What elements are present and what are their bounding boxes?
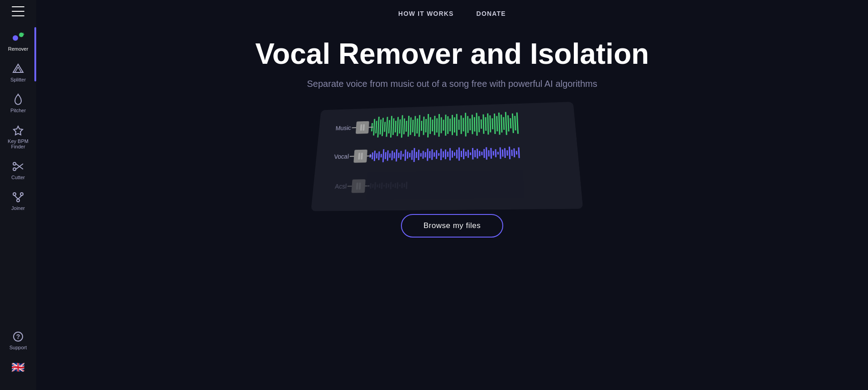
- svg-rect-121: [443, 152, 444, 158]
- nav-link-how-it-works[interactable]: HOW IT WORKS: [398, 10, 454, 17]
- svg-rect-138: [481, 152, 482, 156]
- svg-rect-54: [449, 119, 451, 132]
- waveform-music: [370, 109, 568, 140]
- browse-button[interactable]: Browse my files: [401, 214, 504, 238]
- svg-rect-65: [474, 117, 476, 132]
- svg-line-2: [18, 67, 21, 72]
- sidebar-label-joiner: Joiner: [11, 205, 25, 211]
- svg-rect-59: [460, 115, 462, 134]
- sidebar-item-pitcher[interactable]: Pitcher: [2, 89, 34, 118]
- svg-rect-85: [358, 153, 360, 160]
- language-flag: 🇬🇧: [11, 361, 25, 374]
- svg-rect-52: [445, 115, 446, 136]
- svg-rect-61: [465, 113, 466, 137]
- svg-rect-101: [398, 153, 399, 158]
- svg-rect-62: [467, 116, 468, 133]
- svg-rect-103: [402, 154, 404, 157]
- svg-rect-123: [447, 152, 448, 157]
- svg-rect-134: [472, 148, 473, 159]
- track-label-music: Music: [326, 124, 356, 132]
- track-slider-music[interactable]: [356, 121, 369, 134]
- svg-rect-99: [394, 152, 395, 158]
- sidebar-item-remover[interactable]: + Remover: [2, 27, 34, 56]
- svg-rect-139: [483, 149, 485, 158]
- svg-rect-126: [454, 152, 455, 156]
- svg-rect-174: [404, 184, 405, 187]
- sidebar-label-cutter: Cutter: [11, 175, 25, 180]
- sidebar-item-splitter[interactable]: Splitter: [2, 58, 34, 87]
- svg-rect-130: [463, 149, 464, 159]
- svg-rect-47: [434, 116, 435, 135]
- sidebar-label-splitter: Splitter: [10, 77, 26, 82]
- hero-section: Vocal Remover and Isolation Separate voi…: [36, 24, 868, 238]
- sidebar-item-joiner[interactable]: Joiner: [2, 186, 34, 215]
- svg-rect-106: [409, 153, 410, 157]
- track-vocal: Vocal: [323, 138, 570, 170]
- svg-rect-53: [447, 116, 448, 134]
- hero-title: Vocal Remover and Isolation: [255, 38, 649, 70]
- svg-point-9: [20, 193, 23, 195]
- menu-icon[interactable]: [9, 5, 27, 18]
- svg-rect-155: [356, 183, 358, 190]
- svg-rect-16: [362, 124, 365, 131]
- svg-line-11: [14, 195, 18, 199]
- sidebar-item-language[interactable]: 🇬🇧: [2, 357, 34, 378]
- svg-rect-133: [470, 152, 471, 155]
- pitcher-icon: [12, 93, 24, 106]
- svg-rect-170: [395, 183, 396, 188]
- track-label-extra: Acsl: [321, 183, 352, 190]
- svg-rect-162: [377, 185, 378, 187]
- svg-rect-125: [452, 151, 453, 158]
- svg-rect-118: [436, 150, 437, 159]
- svg-rect-50: [440, 118, 442, 133]
- track-slider-vocal[interactable]: [353, 150, 367, 163]
- svg-rect-160: [372, 184, 373, 188]
- nav-link-donate[interactable]: DONATE: [477, 10, 506, 17]
- svg-rect-132: [467, 150, 469, 158]
- svg-rect-48: [436, 119, 438, 133]
- track-extra: Acsl: [320, 169, 573, 200]
- svg-rect-68: [481, 119, 482, 129]
- tracks-panel: Music: [311, 102, 583, 211]
- svg-rect-164: [381, 183, 383, 189]
- svg-rect-167: [388, 184, 389, 188]
- svg-rect-116: [431, 149, 433, 160]
- svg-text:?: ?: [16, 333, 20, 340]
- svg-rect-127: [456, 150, 458, 159]
- keybpm-icon: [12, 124, 24, 137]
- svg-rect-131: [465, 152, 467, 157]
- svg-rect-60: [463, 118, 464, 132]
- svg-rect-41: [421, 121, 422, 131]
- waveform-3d: Music: [312, 101, 602, 200]
- sidebar-scrollbar: [34, 27, 36, 81]
- track-music: Music: [325, 109, 568, 141]
- svg-point-8: [13, 193, 16, 195]
- sidebar-label-keybpm: Key BPM Finder: [4, 138, 32, 149]
- svg-rect-97: [389, 153, 391, 158]
- svg-rect-144: [495, 149, 497, 157]
- svg-rect-119: [438, 153, 439, 156]
- svg-rect-137: [479, 151, 480, 157]
- joiner-icon: [12, 191, 24, 204]
- svg-rect-169: [392, 185, 394, 187]
- svg-rect-46: [432, 120, 433, 132]
- svg-rect-49: [439, 114, 440, 137]
- svg-rect-120: [440, 149, 442, 160]
- svg-rect-15: [360, 124, 362, 131]
- svg-rect-57: [456, 114, 458, 136]
- svg-rect-105: [407, 152, 408, 159]
- sidebar-item-support[interactable]: ? Support: [2, 326, 34, 355]
- svg-rect-112: [422, 151, 424, 159]
- svg-rect-135: [474, 150, 476, 157]
- svg-rect-175: [406, 182, 408, 189]
- svg-rect-55: [452, 115, 453, 135]
- top-nav: HOW IT WORKS DONATE: [36, 0, 868, 24]
- support-icon: ?: [12, 330, 24, 343]
- svg-rect-171: [397, 182, 399, 189]
- sidebar-item-cutter[interactable]: Cutter: [2, 156, 34, 185]
- svg-rect-163: [379, 184, 380, 188]
- sidebar-item-keybpm[interactable]: Key BPM Finder: [2, 119, 34, 154]
- track-slider-extra[interactable]: [351, 180, 365, 193]
- sidebar: + Remover Splitter Pitcher: [0, 0, 36, 390]
- svg-rect-172: [399, 185, 401, 186]
